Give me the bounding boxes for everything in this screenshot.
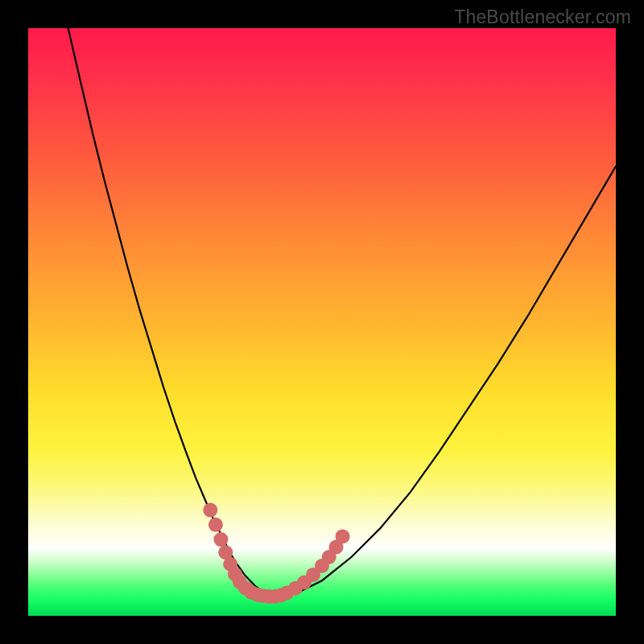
marker-dot [336,529,350,543]
highlight-markers [203,503,349,604]
attribution-text: TheBottlenecker.com [454,6,631,28]
chart-overlay [28,28,616,616]
chart-frame: TheBottlenecker.com [0,0,644,644]
marker-dot [208,518,223,532]
marker-dot [203,503,217,518]
marker-dot [213,532,228,547]
curve-line [68,28,616,597]
